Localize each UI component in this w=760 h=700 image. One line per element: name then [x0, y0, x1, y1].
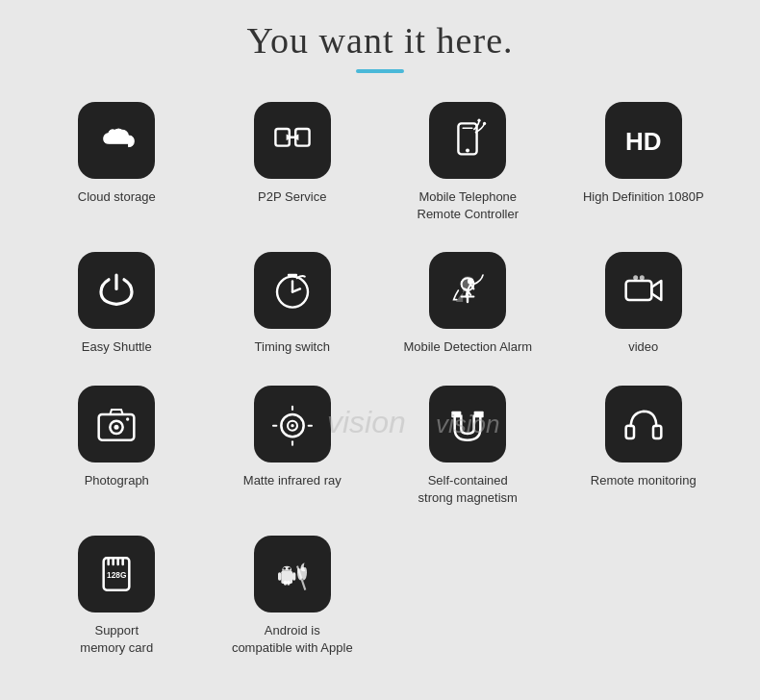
p2p-service-icon-wrapper [254, 102, 331, 179]
svg-rect-15 [625, 281, 651, 300]
remote-monitoring-label: Remote monitoring [591, 472, 697, 489]
svg-text:128G: 128G [107, 570, 126, 580]
svg-marker-16 [651, 281, 661, 300]
feature-item-p2p-service: P2P Service [210, 102, 376, 223]
feature-item-cloud-storage: Cloud storage [34, 102, 200, 223]
mobile-detection-label: Mobile Detection Alarm [403, 338, 532, 356]
page-title: You want it here. [246, 19, 513, 62]
title-underline [356, 69, 404, 73]
android-apple-label: Android is compatible with Apple [232, 622, 353, 657]
svg-point-44 [288, 567, 291, 570]
feature-item-remote-monitoring: Remote monitoring [561, 386, 727, 507]
high-definition-label: High Definition 1080P [583, 188, 704, 206]
feature-item-video: video [561, 252, 727, 356]
mobile-detection-icon-wrapper [429, 252, 506, 329]
svg-rect-30 [452, 411, 462, 417]
svg-point-9 [483, 122, 486, 125]
mobile-telephone-label: Mobile Telephone Remote Controller [418, 188, 519, 223]
easy-shuttle-icon-wrapper [78, 252, 155, 329]
svg-rect-46 [287, 581, 290, 586]
svg-point-22 [126, 417, 129, 420]
p2p-service-label: P2P Service [258, 188, 326, 206]
timing-switch-icon-wrapper [254, 252, 331, 329]
memory-card-label: Support memory card [80, 622, 153, 657]
svg-rect-31 [474, 411, 484, 417]
feature-item-mobile-telephone: Mobile Telephone Remote Controller [385, 102, 551, 223]
photograph-label: Photograph [85, 472, 149, 489]
feature-item-easy-shuttle: Easy Shuttle [34, 252, 200, 356]
remote-monitoring-icon-wrapper [605, 386, 682, 462]
mobile-telephone-icon-wrapper [429, 102, 506, 179]
svg-point-17 [633, 276, 638, 281]
svg-rect-41 [278, 572, 281, 580]
video-label: video [628, 338, 658, 356]
svg-point-21 [114, 424, 119, 429]
svg-text:HD: HD [625, 127, 662, 156]
feature-item-high-definition: HD High Definition 1080P [561, 102, 727, 223]
memory-card-icon-wrapper: 128G [78, 536, 155, 612]
cloud-storage-icon-wrapper [78, 102, 155, 179]
svg-rect-45 [284, 581, 287, 586]
svg-point-43 [283, 567, 286, 570]
feature-item-android-apple: Android is compatible with Apple [210, 536, 376, 657]
svg-point-18 [640, 276, 645, 281]
magnetism-label: Self-contained strong magnetism [418, 472, 518, 507]
svg-rect-42 [292, 572, 295, 580]
feature-item-magnetism: visionSelf-contained strong magnetismvis… [385, 386, 551, 507]
android-apple-icon-wrapper [254, 536, 331, 612]
infrared-label: Matte infrared ray [243, 472, 342, 489]
features-grid: Cloud storage P2P Service Mobile Telepho… [14, 102, 746, 657]
photograph-icon-wrapper [78, 386, 155, 462]
video-icon-wrapper [605, 252, 682, 329]
timing-switch-label: Timing switch [255, 338, 330, 356]
feature-item-memory-card: 128G Support memory card [34, 536, 200, 657]
svg-rect-40 [281, 571, 292, 584]
svg-point-6 [466, 148, 469, 152]
feature-item-photograph: Photograph [34, 386, 200, 507]
feature-item-mobile-detection: Mobile Detection Alarm [385, 252, 551, 356]
cloud-storage-label: Cloud storage [78, 188, 156, 206]
infrared-icon-wrapper [254, 386, 331, 462]
high-definition-icon-wrapper: HD [605, 102, 682, 179]
magnetism-icon-wrapper: vision [429, 386, 506, 462]
svg-point-25 [291, 424, 293, 427]
svg-point-8 [478, 119, 481, 122]
svg-rect-32 [625, 425, 633, 438]
title-section: You want it here. [246, 19, 513, 73]
feature-item-timing-switch: Timing switch [210, 252, 376, 356]
feature-item-infrared: Matte infrared ray [210, 386, 376, 507]
svg-rect-33 [653, 425, 661, 438]
easy-shuttle-label: Easy Shuttle [82, 338, 152, 356]
